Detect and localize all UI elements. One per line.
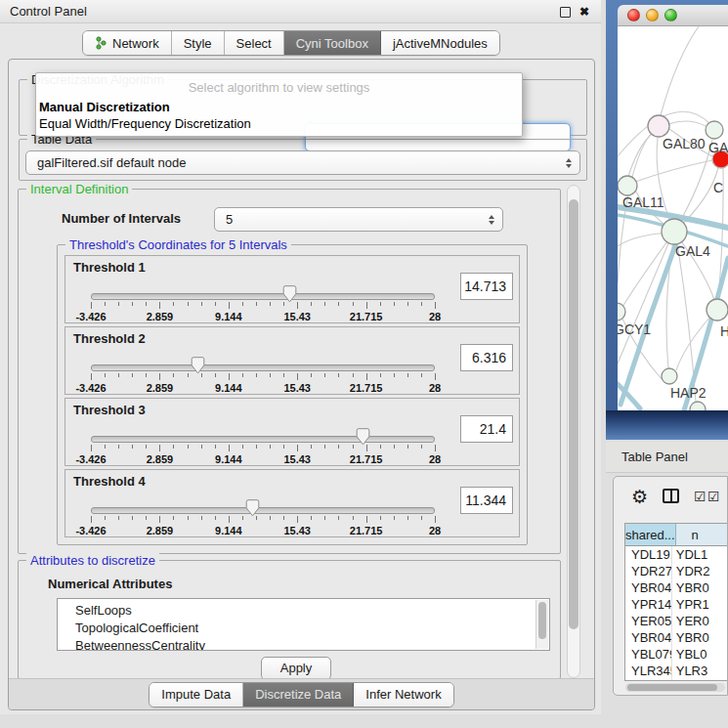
checkbox-icon[interactable]: ☑	[694, 490, 707, 503]
slider-track[interactable]	[91, 364, 435, 371]
network-node-gal80[interactable]	[648, 115, 669, 137]
cell-shared-name[interactable]: YBR045C	[625, 629, 672, 646]
cell-shared-name[interactable]: YER054C	[625, 613, 672, 629]
cell-name[interactable]: YPR1	[672, 596, 727, 613]
table-row[interactable]: YER054CYER0	[625, 613, 727, 629]
cell-name[interactable]: YBR0	[672, 629, 727, 646]
table-row[interactable]: YDR27...YDR2	[625, 563, 727, 579]
threshold-slider[interactable]: -3.4262.8599.14415.4321.71528	[91, 285, 435, 322]
tab-label: Network	[112, 36, 159, 51]
gear-icon[interactable]: ⚙	[631, 485, 648, 510]
tab-jactivemnodules[interactable]: jActiveMNodules	[381, 31, 499, 55]
close-icon[interactable]: ✖	[579, 6, 589, 18]
attribute-item-topologicalcoefficient[interactable]: TopologicalCoefficient	[58, 620, 549, 637]
column-header-shared-name[interactable]: shared...	[625, 524, 676, 545]
threshold-slider[interactable]: -3.4262.8599.14415.4321.71528	[91, 428, 435, 465]
tab-select[interactable]: Select	[225, 31, 284, 55]
close-traffic-light-icon[interactable]	[627, 9, 640, 21]
threshold-value-field[interactable]: 11.344	[460, 487, 513, 514]
tab-cyni-toolbox[interactable]: Cyni Toolbox	[284, 31, 381, 55]
table-row[interactable]: YBR045CYBR0	[625, 629, 727, 646]
panel-vertical-scrollbar[interactable]	[567, 185, 580, 678]
tab-network[interactable]: Network	[83, 31, 172, 55]
network-node-gal4[interactable]	[662, 219, 687, 244]
cell-name[interactable]: YLR3	[672, 663, 727, 679]
apply-button[interactable]: Apply	[261, 657, 331, 680]
table-horizontal-scrollbar[interactable]	[625, 683, 725, 692]
table-data-selected: galFiltered.sif default node	[37, 155, 186, 170]
threshold-slider[interactable]: -3.4262.8599.14415.4321.71528	[91, 499, 435, 536]
number-of-intervals-spinner[interactable]: 5	[214, 207, 503, 232]
slider-thumb[interactable]	[191, 357, 205, 374]
cell-shared-name[interactable]: YIL052C	[625, 679, 672, 681]
slider-tick-labels: -3.4262.8599.14415.4321.71528	[91, 453, 435, 465]
tick-label: -3.426	[75, 311, 106, 322]
threshold-value-field[interactable]: 21.4	[460, 415, 513, 443]
cell-shared-name[interactable]: YBL079W	[625, 646, 672, 663]
tab-style[interactable]: Style	[172, 31, 225, 55]
table-body: YDL19...YDL1YDR27...YDR2YBR043CYBR0YPR14…	[625, 546, 727, 681]
network-node-gcy1[interactable]	[618, 303, 625, 321]
checkbox-icon[interactable]: ☑	[707, 490, 720, 503]
network-node-ga[interactable]	[706, 121, 723, 139]
cell-name[interactable]: YDL1	[672, 546, 727, 563]
minimize-traffic-light-icon[interactable]	[646, 9, 659, 21]
control-panel-window: Control Panel ✖ NetworkStyleSelectCyni T…	[0, 0, 601, 714]
threshold-slider[interactable]: -3.4262.8599.14415.4321.71528	[91, 357, 435, 394]
cell-shared-name[interactable]: YDL19...	[625, 546, 672, 563]
tab-discretize-data[interactable]: Discretize Data	[243, 683, 354, 707]
node-label-ga: GA	[708, 140, 728, 155]
column-header-name[interactable]: n	[676, 524, 727, 545]
cell-shared-name[interactable]: YLR345W	[625, 663, 672, 679]
dropdown-hint[interactable]: Select algorithm to view settings	[36, 80, 522, 95]
table-row[interactable]: YLR345WYLR3	[625, 663, 727, 679]
network-node[interactable]	[690, 402, 706, 410]
slider-track[interactable]	[91, 507, 435, 514]
cell-shared-name[interactable]: YDR27...	[625, 563, 672, 579]
threshold-panel-4: Threshold 411.344-3.4262.8599.14415.4321…	[64, 469, 520, 537]
network-node-hap2[interactable]	[662, 368, 677, 384]
threshold-value-field[interactable]: 14.713	[460, 273, 513, 300]
table-row[interactable]: YDL19...YDL1	[625, 546, 727, 563]
attribute-item-betweennesscentrality[interactable]: BetweennessCentrality	[58, 637, 549, 651]
tick-label: 21.715	[350, 382, 383, 394]
tab-label: Cyni Toolbox	[296, 36, 368, 51]
table-row[interactable]: YIL052CYIL0	[625, 679, 727, 681]
network-node-gal11[interactable]	[618, 176, 637, 195]
slider-ticks	[91, 445, 435, 452]
float-window-icon[interactable]	[560, 7, 571, 18]
cell-name[interactable]: YBL0	[672, 646, 727, 663]
slider-thumb[interactable]	[356, 428, 370, 446]
network-canvas[interactable]: GAL80GACGAL11GAL4GCY1HHAP2	[618, 26, 728, 410]
dropdown-option-equal-width-frequency[interactable]: Equal Width/Frequency Discretization	[39, 116, 251, 131]
dropdown-option-manual-discretization[interactable]: Manual Discretization	[39, 100, 170, 114]
cell-shared-name[interactable]: YBR043C	[625, 579, 672, 596]
cell-shared-name[interactable]: YPR145W	[625, 596, 672, 613]
tab-impute-data[interactable]: Impute Data	[150, 683, 243, 707]
tick-label: 21.715	[350, 453, 383, 465]
list-scrollbar[interactable]	[535, 600, 548, 649]
cell-name[interactable]: YER0	[672, 613, 727, 629]
cell-name[interactable]: YDR2	[672, 563, 727, 579]
panel-scrollbar-thumb[interactable]	[569, 199, 578, 629]
slider-track[interactable]	[91, 293, 435, 300]
cell-name[interactable]: YIL0	[672, 679, 727, 681]
thresholds-group: Threshold's Coordinates for 5 Intervals …	[57, 244, 528, 545]
threshold-value-field[interactable]: 6.316	[460, 344, 513, 371]
slider-thumb[interactable]	[245, 499, 260, 517]
list-scrollbar-thumb[interactable]	[538, 602, 546, 639]
table-data-combobox[interactable]: galFiltered.sif default node	[25, 150, 580, 175]
control-panel-titlebar: Control Panel ✖	[0, 0, 601, 23]
table-scrollbar-thumb[interactable]	[627, 684, 717, 691]
table-row[interactable]: YPR145WYPR1	[625, 596, 727, 613]
split-view-icon[interactable]	[663, 489, 679, 503]
zoom-traffic-light-icon[interactable]	[664, 9, 677, 21]
table-row[interactable]: YBR043CYBR0	[625, 579, 727, 596]
cell-name[interactable]: YBR0	[672, 579, 727, 596]
tab-infer-network[interactable]: Infer Network	[354, 683, 452, 707]
table-row[interactable]: YBL079WYBL0	[625, 646, 727, 663]
network-node-h[interactable]	[707, 299, 728, 321]
slider-thumb[interactable]	[282, 285, 297, 303]
attribute-item-selfloops[interactable]: SelfLoops	[58, 602, 549, 620]
slider-track[interactable]	[91, 436, 435, 443]
